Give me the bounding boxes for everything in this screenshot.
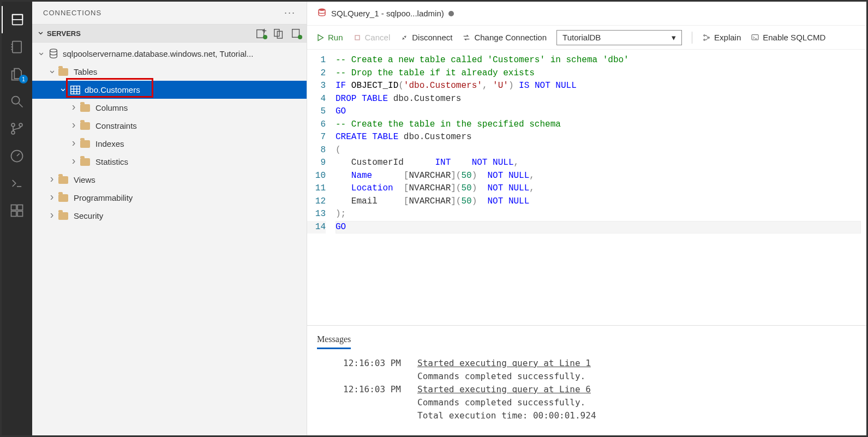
- dirty-indicator: [448, 11, 454, 16]
- tree-node-indexes[interactable]: Indexes: [32, 135, 307, 153]
- chevron-down-icon: [47, 66, 56, 78]
- gauge-icon: [9, 148, 25, 164]
- messages-body: 12:16:03 PMStarted executing query at Li…: [317, 349, 857, 430]
- main-area: SQLQuery_1 - sqlpoo...ladmin) Run Cancel…: [307, 2, 866, 435]
- tree-node-security[interactable]: Security: [32, 207, 307, 225]
- svg-rect-20: [274, 29, 279, 37]
- tree-node-tables[interactable]: Tables: [32, 63, 307, 81]
- chevron-right-icon: [69, 155, 78, 168]
- explain-button[interactable]: Explain: [702, 33, 741, 42]
- svg-marker-30: [318, 34, 323, 40]
- tree-label: dbo.Customers: [85, 85, 140, 94]
- tab-sqlquery-1[interactable]: SQLQuery_1 - sqlpoo...ladmin): [307, 2, 464, 25]
- tree-label: Programmability: [74, 193, 133, 202]
- explorer-badge: 1: [19, 75, 28, 83]
- change-connection-button[interactable]: Change Connection: [462, 33, 547, 42]
- code-content: -- Create a new table called 'Customers'…: [336, 54, 866, 325]
- svg-rect-15: [17, 211, 22, 216]
- tree-label: Tables: [74, 67, 97, 76]
- tree-node-programmability[interactable]: Programmability: [32, 189, 307, 207]
- editor-tabs: SQLQuery_1 - sqlpoo...ladmin): [307, 2, 866, 26]
- folder-icon: [58, 176, 70, 184]
- query-toolbar: Run Cancel Disconnect Change Connection …: [307, 26, 866, 50]
- panel-title: CONNECTIONS: [43, 9, 101, 17]
- svg-rect-13: [11, 205, 16, 210]
- notebook-icon: [9, 39, 25, 55]
- chevron-right-icon: [47, 209, 56, 222]
- new-query-button[interactable]: [290, 27, 302, 39]
- panel-more-button[interactable]: ···: [284, 7, 296, 19]
- activity-dashboard[interactable]: [2, 142, 32, 170]
- svg-point-10: [19, 123, 22, 127]
- code-editor[interactable]: 1234567891011121314 -- Create a new tabl…: [307, 50, 866, 325]
- connections-panel: CONNECTIONS ··· SERVERS sqlpoolservernam…: [32, 2, 307, 435]
- database-icon: [317, 8, 327, 19]
- enable-sqlcmd-button[interactable]: Enable SQLCMD: [751, 33, 825, 42]
- activity-terminal[interactable]: [2, 170, 32, 197]
- svg-point-9: [11, 131, 15, 134]
- line-gutter: 1234567891011121314: [307, 54, 336, 325]
- svg-rect-35: [752, 34, 758, 39]
- svg-rect-2: [13, 41, 21, 53]
- messages-panel: Messages 12:16:03 PMStarted executing qu…: [307, 325, 866, 435]
- chevron-down-icon: ▾: [672, 33, 676, 43]
- activity-explorer[interactable]: 1: [2, 61, 32, 88]
- db-server-icon: [47, 49, 59, 59]
- messages-tab[interactable]: Messages: [317, 331, 351, 349]
- chevron-down-icon: [37, 27, 45, 39]
- activity-connections[interactable]: [2, 6, 32, 33]
- svg-rect-16: [17, 205, 22, 210]
- disconnect-button[interactable]: Disconnect: [400, 33, 452, 42]
- activity-bar: 1: [2, 2, 32, 435]
- activity-source-control[interactable]: [2, 115, 32, 142]
- tree-label: Security: [74, 211, 103, 220]
- folder-icon: [80, 158, 92, 166]
- svg-rect-21: [277, 31, 282, 38]
- tree-node-statistics[interactable]: Statistics: [32, 153, 307, 171]
- servers-title: SERVERS: [47, 29, 255, 38]
- table-icon: [69, 86, 81, 94]
- svg-rect-1: [13, 15, 23, 20]
- branch-icon: [9, 121, 25, 136]
- folder-icon: [80, 122, 92, 130]
- separator: [692, 32, 692, 44]
- activity-search[interactable]: [2, 88, 32, 115]
- tree-node-constraints[interactable]: Constraints: [32, 117, 307, 135]
- folder-icon: [58, 194, 70, 202]
- svg-point-8: [11, 123, 15, 127]
- tree-label: sqlpoolservername.database.windows.net, …: [63, 49, 253, 58]
- tree-node-dbo-customers[interactable]: dbo.Customers: [32, 81, 307, 99]
- svg-point-6: [12, 97, 20, 104]
- database-dropdown[interactable]: TutorialDB▾: [556, 30, 682, 45]
- tree-node-columns[interactable]: Columns: [32, 99, 307, 117]
- svg-point-33: [704, 39, 705, 40]
- new-group-button[interactable]: [273, 27, 285, 39]
- run-button[interactable]: Run: [316, 33, 343, 42]
- tree-label: Columns: [95, 103, 128, 112]
- activity-notebooks[interactable]: [2, 33, 32, 61]
- cancel-button[interactable]: Cancel: [353, 33, 391, 42]
- tree-label: Statistics: [95, 157, 128, 166]
- svg-point-34: [708, 37, 710, 38]
- svg-point-29: [319, 9, 325, 11]
- svg-line-7: [19, 104, 23, 107]
- svg-rect-24: [71, 86, 80, 94]
- chevron-right-icon: [47, 191, 56, 204]
- folder-icon: [80, 104, 92, 112]
- servers-section-header[interactable]: SERVERS: [32, 24, 307, 43]
- tree-node-server[interactable]: sqlpoolservername.database.windows.net, …: [32, 45, 307, 63]
- chevron-right-icon: [69, 119, 78, 132]
- new-connection-button[interactable]: [255, 27, 267, 39]
- server-icon: [10, 12, 25, 27]
- chevron-right-icon: [69, 137, 78, 150]
- tab-label: SQLQuery_1 - sqlpoo...ladmin): [331, 9, 444, 18]
- svg-point-23: [50, 49, 57, 52]
- activity-extensions[interactable]: [2, 197, 32, 224]
- tree-node-views[interactable]: Views: [32, 171, 307, 189]
- extensions-icon: [9, 203, 25, 218]
- search-icon: [9, 94, 25, 109]
- chevron-down-icon: [37, 48, 45, 60]
- chevron-right-icon: [47, 173, 56, 186]
- folder-icon: [58, 212, 70, 220]
- tree-label: Views: [74, 175, 95, 184]
